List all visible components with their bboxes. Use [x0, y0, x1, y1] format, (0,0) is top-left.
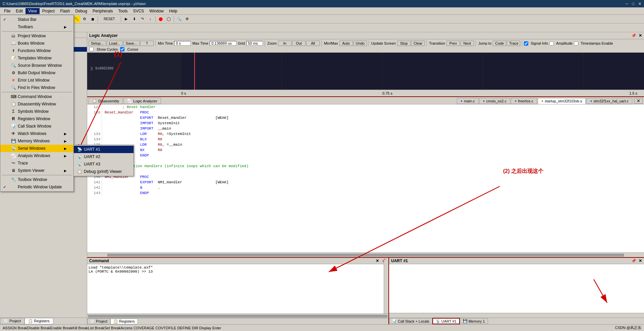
tab-registers-bottom[interactable]: 📋 Registers	[110, 319, 138, 324]
la-load-btn[interactable]: Load...	[107, 41, 123, 46]
title-controls[interactable]: ─ □ ✕	[626, 2, 641, 6]
tab-hal-uart-c[interactable]: ● stm32f1xx_hal_uart.c	[586, 98, 632, 104]
project-tab[interactable]: ⬜ Project	[0, 318, 24, 324]
la-canvas[interactable]: ⅀ 0x0002000	[87, 53, 644, 90]
la-clear-btn[interactable]: Clear	[411, 41, 425, 46]
run-btn[interactable]: ▶	[122, 15, 130, 23]
tab-disassembly[interactable]: 📋 Disassembly	[89, 98, 123, 104]
la-code-btn[interactable]: Code	[493, 41, 506, 46]
la-trace-btn[interactable]: Trace	[507, 41, 520, 46]
menu-tools[interactable]: Tools	[116, 8, 130, 14]
la-close-icon[interactable]: ✕	[639, 33, 642, 38]
serial-uart2[interactable]: 📡 UART #2	[74, 153, 133, 160]
la-timestamps-check[interactable]	[574, 41, 578, 46]
step-btn[interactable]: ⬇	[130, 15, 138, 23]
menu-registers-window[interactable]: R Registers Window	[0, 115, 73, 123]
tab-logic-analyzer[interactable]: 📈 Logic Analyzer	[123, 98, 161, 104]
menu-toolbars[interactable]: Toolbars ▶	[0, 23, 73, 31]
stop-build-btn[interactable]: ⏹	[89, 15, 96, 23]
menu-statusbar[interactable]: ✓ Status Bar	[0, 16, 73, 23]
uart-content[interactable]	[389, 264, 644, 313]
settings-btn[interactable]: ⚙	[183, 15, 191, 23]
maximize-btn[interactable]: □	[632, 2, 634, 6]
tab-uart1[interactable]: 📡 UART #1	[432, 318, 460, 324]
menu-debug[interactable]: Debug	[73, 8, 90, 14]
menu-symbols-window[interactable]: Σ Symbols Window	[0, 108, 73, 115]
tab-cmsis-os2-c[interactable]: ● cmsis_os2.c	[479, 98, 511, 104]
menu-window[interactable]: Window	[147, 8, 166, 14]
menu-file[interactable]: File	[1, 8, 13, 14]
la-auto-btn[interactable]: Auto	[339, 41, 353, 46]
uart-pin-icon[interactable]: 📌	[631, 258, 636, 263]
command-content[interactable]: Load "template\\template.axf" LA (PORTC …	[87, 264, 388, 314]
la-mintime-input[interactable]	[174, 41, 191, 46]
la-grid-input[interactable]	[246, 41, 263, 46]
cmd-hscrollbar[interactable]	[87, 314, 388, 318]
menu-project[interactable]: Project	[40, 8, 57, 14]
menu-memory-windows[interactable]: 💾 Memory Windows ▶	[0, 137, 73, 145]
menu-templates-window[interactable]: 📝 Templates Window	[0, 54, 73, 62]
la-zoom-all-btn[interactable]: All	[306, 41, 320, 46]
menu-help[interactable]: Help	[166, 8, 180, 14]
la-stop-btn[interactable]: Stop	[397, 41, 411, 46]
clear-bp-btn[interactable]: ◯	[165, 15, 172, 23]
cmd-vscrollbar[interactable]	[384, 260, 388, 314]
reset-btn[interactable]: RESET	[99, 15, 119, 23]
la-next-btn[interactable]: Next	[461, 41, 474, 46]
la-save-btn[interactable]: Save...	[123, 41, 140, 46]
menu-error-list[interactable]: ✕ Error List Window	[0, 77, 73, 84]
menu-disassembly-window[interactable]: 📋 Disassembly Window	[0, 100, 73, 108]
menu-watch-windows[interactable]: 👁 Watch Windows ▶	[0, 130, 73, 137]
tab-freertos-c[interactable]: ● freertos.c	[511, 98, 537, 104]
code-hscrollbar[interactable]	[87, 252, 644, 257]
close-btn[interactable]: ✕	[638, 2, 641, 6]
menu-callstack-window[interactable]: 📊 Call Stack Window	[0, 123, 73, 130]
stepout-btn[interactable]: ↑	[147, 15, 154, 23]
menu-svcs[interactable]: SVCS	[130, 8, 147, 14]
menu-project-window[interactable]: 🗂 Project Window	[0, 32, 73, 40]
la-cursor-check[interactable]	[120, 47, 124, 51]
rebuild-btn[interactable]: ⚙	[81, 15, 88, 23]
menu-find-files[interactable]: 🔍 Find In Files Window	[0, 84, 73, 91]
la-amplitude-check[interactable]	[549, 41, 554, 46]
la-zoom-out-btn[interactable]: Out	[292, 41, 306, 46]
la-setup-btn[interactable]: Setup...	[89, 41, 106, 46]
menu-trace[interactable]: 〜 Trace	[0, 159, 73, 167]
build-btn[interactable]: 🔨	[73, 15, 80, 23]
zoom-btn[interactable]: 🔍	[175, 15, 183, 23]
la-undo-btn[interactable]: Undo	[354, 41, 367, 46]
tab-close-btn[interactable]: ✕	[634, 98, 643, 104]
uart-close-icon[interactable]: ✕	[639, 258, 642, 263]
la-pin-icon[interactable]: 📌	[631, 33, 636, 38]
la-maxtime-input[interactable]	[210, 41, 236, 46]
serial-debug-viewer[interactable]: 📋 Debug (printf) Viewer	[74, 168, 133, 175]
la-showcycles-check[interactable]	[89, 47, 94, 51]
serial-uart1[interactable]: 📡 UART #1	[74, 146, 133, 153]
minimize-btn[interactable]: ─	[626, 2, 628, 6]
registers-tab[interactable]: 📋 Registers	[24, 318, 53, 324]
menu-analysis-windows[interactable]: 📈 Analysis Windows ▶	[0, 152, 73, 159]
la-help-btn[interactable]: ?	[140, 41, 154, 46]
menu-flash[interactable]: Flash	[57, 8, 72, 14]
menu-build-output[interactable]: ⚙ Build Output Window	[0, 69, 73, 77]
menu-view[interactable]: View	[25, 8, 40, 14]
stepover-btn[interactable]: ↷	[139, 15, 146, 23]
uart-hscrollbar[interactable]	[389, 313, 644, 318]
la-prev-btn[interactable]: Prev	[446, 41, 460, 46]
menu-edit[interactable]: Edit	[13, 8, 25, 14]
serial-uart3[interactable]: 📡 UART #3	[74, 160, 133, 168]
tab-main-c[interactable]: ● main.c	[457, 98, 478, 104]
menu-serial-windows[interactable]: 📡 Serial Windows ▶	[0, 145, 73, 152]
tab-callstack[interactable]: 📊 Call Stack + Locals	[389, 318, 432, 324]
tab-project-bottom[interactable]: ⬜ Project	[87, 319, 110, 324]
menu-source-browser[interactable]: 🔍 Source Browser Window	[0, 62, 73, 69]
menu-toolbox-window[interactable]: 🔧 Toolbox Window	[0, 176, 73, 183]
code-content[interactable]: 127 ; Reset handler 128 Reset_Handler PR…	[87, 104, 644, 252]
menu-command-window[interactable]: ⌨ Command Window	[0, 93, 73, 100]
menu-system-viewer[interactable]: 🖥 System Viewer ▶	[0, 167, 73, 174]
la-zoom-in-btn[interactable]: In	[278, 41, 291, 46]
la-signalinfo-check[interactable]	[524, 41, 528, 46]
breakpoint-btn[interactable]: ⬤	[157, 15, 164, 23]
menu-books-window[interactable]: 📖 Books Window	[0, 40, 73, 47]
cmd-close-icon[interactable]: ✕	[376, 258, 379, 263]
